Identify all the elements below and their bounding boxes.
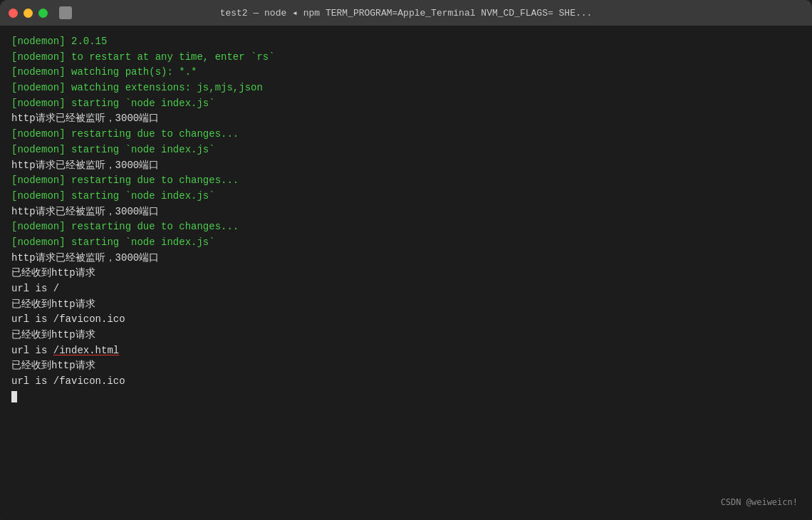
watermark: CSDN @weiweicn! — [721, 497, 798, 507]
terminal-line: http请求已经被监听，3000端口 — [11, 251, 801, 266]
terminal-line: [nodemon] starting `node index.js` — [11, 142, 801, 158]
titlebar: test2 — node ◂ npm TERM_PROGRAM=Apple_Te… — [0, 0, 812, 26]
terminal-line: 已经收到http请求 — [11, 358, 801, 374]
terminal-line: [nodemon] starting `node index.js` — [11, 96, 801, 112]
close-button[interactable] — [9, 9, 18, 18]
terminal-line: url is / — [11, 281, 801, 297]
terminal-line: http请求已经被监听，3000端口 — [11, 111, 801, 127]
terminal-line: [nodemon] 2.0.15 — [11, 34, 801, 50]
terminal-line: 已经收到http请求 — [11, 328, 801, 343]
window-icon — [59, 6, 72, 19]
terminal-line: http请求已经被监听，3000端口 — [11, 204, 801, 220]
terminal-line: 已经收到http请求 — [11, 297, 801, 313]
terminal-body[interactable]: [nodemon] 2.0.15[nodemon] to restart at … — [0, 26, 812, 520]
terminal-line: url is /index.html — [11, 343, 801, 359]
terminal-line: url is /favicon.ico — [11, 312, 801, 328]
terminal-line: 已经收到http请求 — [11, 266, 801, 281]
terminal-line: [nodemon] restarting due to changes... — [11, 127, 801, 142]
cursor-line — [11, 390, 801, 405]
minimize-button[interactable] — [24, 9, 33, 18]
terminal-line: [nodemon] starting `node index.js` — [11, 235, 801, 251]
terminal-line: [nodemon] to restart at any time, enter … — [11, 50, 801, 66]
terminal-line: [nodemon] restarting due to changes... — [11, 173, 801, 189]
terminal-window: test2 — node ◂ npm TERM_PROGRAM=Apple_Te… — [0, 0, 812, 520]
window-title: test2 — node ◂ npm TERM_PROGRAM=Apple_Te… — [220, 7, 593, 19]
terminal-line: [nodemon] watching path(s): *.* — [11, 65, 801, 80]
maximize-button[interactable] — [38, 9, 48, 18]
terminal-line: [nodemon] starting `node index.js` — [11, 189, 801, 204]
terminal-line: [nodemon] restarting due to changes... — [11, 219, 801, 235]
terminal-line: http请求已经被监听，3000端口 — [11, 158, 801, 174]
terminal-line: url is /favicon.ico — [11, 374, 801, 390]
terminal-line: [nodemon] watching extensions: js,mjs,js… — [11, 80, 801, 96]
terminal-cursor — [11, 391, 17, 402]
terminal-wrapper: [nodemon] 2.0.15[nodemon] to restart at … — [0, 26, 812, 520]
